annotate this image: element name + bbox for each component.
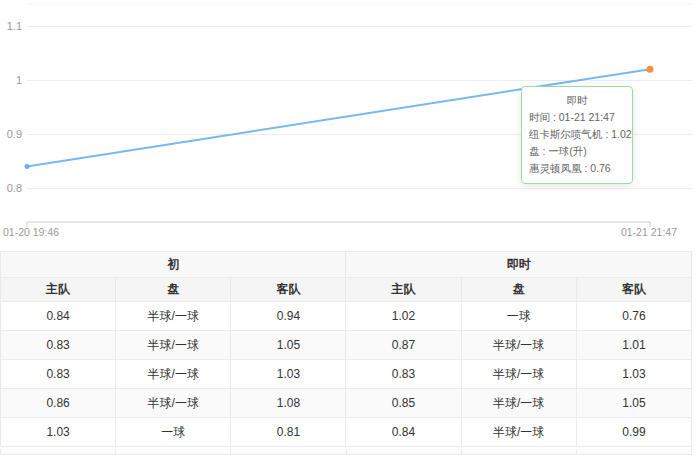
table-group-header-row: 初即时: [1, 252, 692, 278]
column-header: 客队: [576, 278, 691, 302]
odds-page: 0.80.911.1 01-20 19:46 01-21 21:47 即时 时间…: [0, 0, 698, 469]
table-cell: 半球/一球: [461, 389, 576, 418]
group-header: 即时: [346, 252, 692, 278]
table-cell: 半球/一球: [461, 360, 576, 389]
table-cell: 1.05: [576, 389, 691, 418]
table-sub-header-row: 主队盘客队主队盘客队: [1, 278, 692, 302]
table-cell: 1.03: [1, 418, 116, 447]
table-row: 0.86半球/一球1.080.85半球/一球1.05: [1, 389, 692, 418]
odds-table: 初即时主队盘客队主队盘客队 0.84半球/一球0.941.02一球0.760.8…: [0, 251, 692, 447]
table-row: 0.84半球/一球0.941.02一球0.76: [1, 302, 692, 331]
table-cell: 0.83: [1, 331, 116, 360]
table-cell: 半球/一球: [116, 331, 231, 360]
y-axis-label: 0.9: [0, 128, 22, 140]
table-cell: 半球/一球: [116, 360, 231, 389]
table-cell: 0.84: [346, 418, 461, 447]
table-row: 0.83半球/一球1.030.83半球/一球1.03: [1, 360, 692, 389]
column-header: 盘: [461, 278, 576, 302]
tooltip-home-odds: 纽卡斯尔喷气机 : 1.02: [529, 126, 625, 143]
table-cell: 半球/一球: [461, 331, 576, 360]
next-table-stub: [0, 449, 692, 455]
table-cell: 0.83: [346, 360, 461, 389]
table-cell: 0.76: [576, 302, 691, 331]
table-cell: 半球/一球: [116, 302, 231, 331]
table-cell: 0.99: [576, 418, 691, 447]
table-cell: 0.94: [231, 302, 346, 331]
table-cell: 0.85: [346, 389, 461, 418]
table-cell: 0.81: [231, 418, 346, 447]
x-axis-label-start: 01-20 19:46: [3, 226, 59, 238]
table-row: 0.83半球/一球1.050.87半球/一球1.01: [1, 331, 692, 360]
table-cell: 一球: [461, 302, 576, 331]
y-axis-label: 1.1: [0, 20, 22, 32]
table-cell: 0.86: [1, 389, 116, 418]
table-cell: 1.03: [576, 360, 691, 389]
table-cell: 0.87: [346, 331, 461, 360]
table-cell: 1.01: [576, 331, 691, 360]
table-cell: 1.08: [231, 389, 346, 418]
y-axis-label: 1: [0, 74, 22, 86]
table-cell: 1.03: [231, 360, 346, 389]
x-axis-label-end: 01-21 21:47: [621, 226, 677, 238]
tooltip-time: 时间 : 01-21 21:47: [529, 109, 625, 126]
group-header: 初: [1, 252, 346, 278]
chart-tooltip: 即时 时间 : 01-21 21:47 纽卡斯尔喷气机 : 1.02 盘 : 一…: [521, 86, 633, 184]
data-point-start[interactable]: [25, 164, 30, 169]
column-header: 客队: [231, 278, 346, 302]
tooltip-handicap: 盘 : 一球(升): [529, 143, 625, 160]
table-cell: 一球: [116, 418, 231, 447]
odds-line-chart[interactable]: 0.80.911.1 01-20 19:46 01-21 21:47 即时 时间…: [0, 0, 698, 245]
column-header: 主队: [1, 278, 116, 302]
table-cell: 0.84: [1, 302, 116, 331]
table-cell: 半球/一球: [461, 418, 576, 447]
column-header: 主队: [346, 278, 461, 302]
tooltip-away-odds: 惠灵顿凤凰 : 0.76: [529, 160, 625, 177]
data-point-end[interactable]: [647, 66, 654, 73]
table-cell: 1.02: [346, 302, 461, 331]
table-cell: 1.05: [231, 331, 346, 360]
tooltip-title: 即时: [529, 92, 625, 109]
column-header: 盘: [116, 278, 231, 302]
table-cell: 0.83: [1, 360, 116, 389]
table-cell: 半球/一球: [116, 389, 231, 418]
y-axis-label: 0.8: [0, 182, 22, 194]
table-row: 1.03一球0.810.84半球/一球0.99: [1, 418, 692, 447]
